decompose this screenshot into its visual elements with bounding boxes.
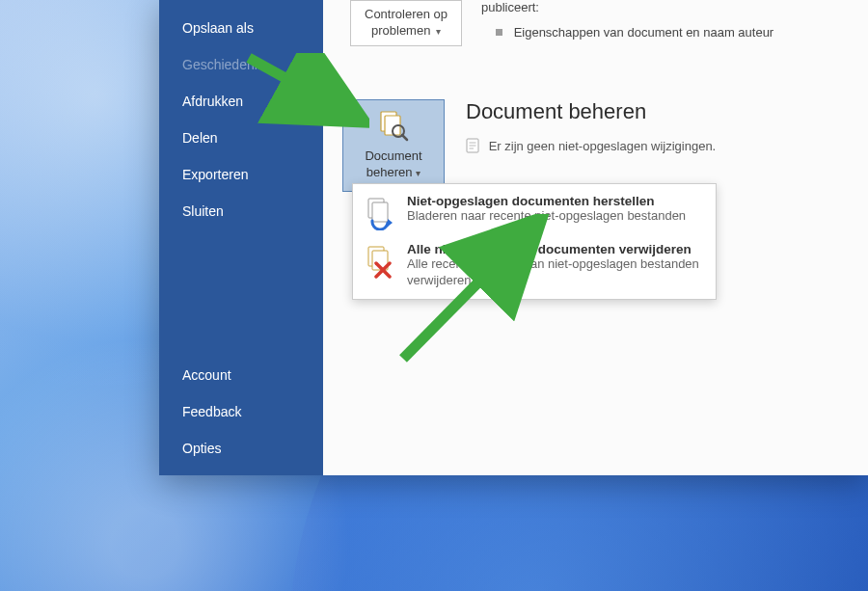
delete-icon xyxy=(363,244,397,279)
manage-document-dropdown: Niet-opgeslagen documenten herstellen Bl… xyxy=(352,183,717,300)
publish-info-line: publiceert: xyxy=(481,0,773,17)
svg-marker-10 xyxy=(388,219,393,227)
publish-info: publiceert: Eigenschappen van document e… xyxy=(481,0,773,41)
recover-title: Niet-opgeslagen documenten herstellen xyxy=(407,194,686,208)
check-problems-button[interactable]: Controleren op problemen ▾ xyxy=(350,0,462,46)
sidebar-item-print[interactable]: Afdrukken xyxy=(159,83,323,120)
chevron-down-icon: ▾ xyxy=(416,168,420,178)
sidebar-item-close[interactable]: Sluiten xyxy=(159,193,323,229)
check-problems-label-1: Controleren op xyxy=(365,7,448,21)
sidebar-item-account[interactable]: Account xyxy=(159,357,323,393)
manage-btn-label-2: beheren xyxy=(366,165,413,179)
main-panel: Controleren op problemen ▾ publiceert: E… xyxy=(323,0,868,475)
recover-desc: Bladeren naar recente niet-opgeslagen be… xyxy=(407,208,686,225)
chevron-down-icon: ▾ xyxy=(436,26,441,37)
delete-desc: Alle recente kopieën van niet-opgeslagen… xyxy=(407,256,706,289)
sidebar-item-feedback[interactable]: Feedback xyxy=(159,393,323,430)
sidebar-item-share[interactable]: Delen xyxy=(159,120,323,156)
bullet-icon xyxy=(496,29,502,36)
no-changes-msg: Er zijn geen niet-opgeslagen wijzigingen… xyxy=(489,139,717,153)
recover-icon xyxy=(363,196,397,230)
section-heading: Document beheren xyxy=(466,99,716,124)
manage-document-button[interactable]: Document beheren ▾ xyxy=(342,99,445,192)
svg-line-3 xyxy=(402,135,407,140)
svg-rect-9 xyxy=(372,202,388,222)
app-window: Opslaan als Geschiedenis Afdrukken Delen… xyxy=(159,0,868,475)
sidebar-item-export[interactable]: Exporteren xyxy=(159,156,323,193)
sidebar-item-save-as[interactable]: Opslaan als xyxy=(159,10,323,46)
sidebar-item-history: Geschiedenis xyxy=(159,46,323,83)
delete-title: Alle niet-opgeslagen documenten verwijde… xyxy=(407,242,706,256)
document-icon xyxy=(466,138,479,153)
sidebar-item-options[interactable]: Opties xyxy=(159,430,323,475)
document-magnifier-icon xyxy=(377,110,410,143)
dropdown-item-recover[interactable]: Niet-opgeslagen documenten herstellen Bl… xyxy=(353,188,716,236)
publish-bullet-1: Eigenschappen van document en naam auteu… xyxy=(514,25,774,40)
manage-btn-label-1: Document xyxy=(365,148,421,163)
dropdown-item-delete[interactable]: Alle niet-opgeslagen documenten verwijde… xyxy=(353,236,716,295)
check-problems-label-2: problemen xyxy=(371,23,430,38)
manage-section: Document beheren Er zijn geen niet-opges… xyxy=(466,99,716,192)
sidebar: Opslaan als Geschiedenis Afdrukken Delen… xyxy=(159,0,323,475)
